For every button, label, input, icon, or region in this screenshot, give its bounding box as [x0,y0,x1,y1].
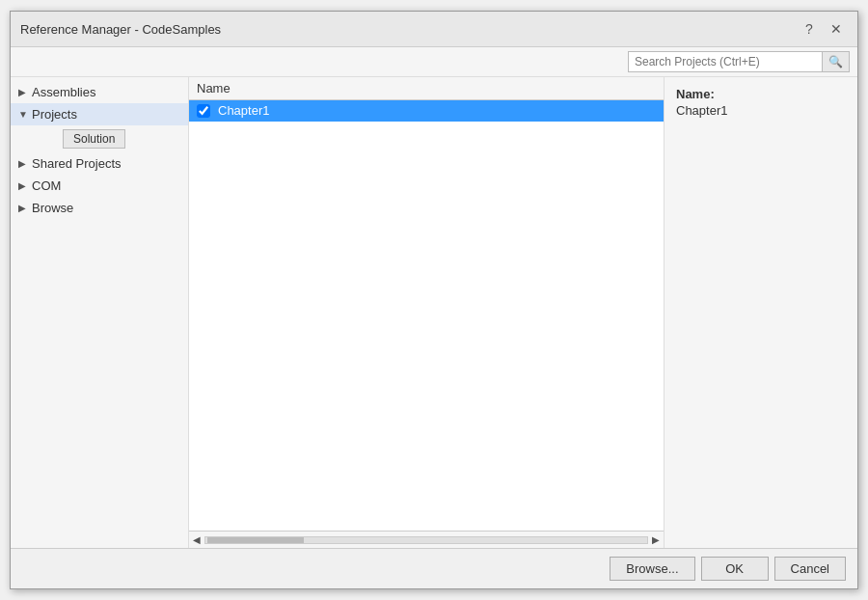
ok-button[interactable]: OK [701,557,769,581]
search-input[interactable] [629,52,822,71]
shared-projects-label: Shared Projects [32,156,180,171]
table-header: Name [189,77,664,100]
dialog-title: Reference Manager - CodeSamples [20,22,221,37]
scroll-left-arrow[interactable]: ◀ [193,534,201,545]
row-name: Chapter1 [218,103,269,118]
com-label: COM [32,178,180,193]
scroll-right-arrow[interactable]: ▶ [652,534,660,545]
horizontal-scrollbar: ◀ ▶ [189,531,664,548]
sidebar: ▶ Assemblies ▼ Projects Solution ▶ Share… [11,77,189,548]
solution-button[interactable]: Solution [63,129,125,149]
browse-nav-label: Browse [32,201,180,215]
sidebar-item-projects[interactable]: ▼ Projects [11,103,188,125]
projects-arrow: ▼ [18,109,32,120]
bottom-bar: Browse... OK Cancel [11,548,857,588]
row-checkbox[interactable] [197,104,210,118]
assemblies-arrow: ▶ [18,87,32,97]
top-bar: 🔍 [11,47,857,77]
sidebar-item-com[interactable]: ▶ COM [11,175,188,197]
detail-value: Chapter1 [676,103,846,118]
search-container: 🔍 [628,51,850,72]
title-bar-left: Reference Manager - CodeSamples [20,22,221,37]
dialog-body: 🔍 ▶ Assemblies ▼ Projects Solution [11,47,857,548]
browse-arrow: ▶ [18,203,32,213]
sidebar-item-browse[interactable]: ▶ Browse [11,197,188,219]
scroll-thumb [207,537,304,543]
close-button[interactable]: ✕ [825,17,848,41]
help-button[interactable]: ? [798,17,821,41]
cancel-button[interactable]: Cancel [774,557,846,581]
assemblies-label: Assemblies [32,85,180,99]
browse-button[interactable]: Browse... [610,557,694,581]
search-button[interactable]: 🔍 [822,52,849,71]
solution-container: Solution [11,125,188,152]
com-arrow: ▶ [18,180,32,191]
reference-manager-dialog: Reference Manager - CodeSamples ? ✕ 🔍 ▶ … [10,11,858,589]
detail-panel: Name: Chapter1 [665,77,857,548]
scroll-track[interactable] [204,536,648,544]
table-row[interactable]: Chapter1 [189,100,664,122]
center-panel: Name Chapter1 ◀ ▶ [189,77,665,548]
title-bar: Reference Manager - CodeSamples ? ✕ [11,12,857,47]
projects-label: Projects [32,107,180,122]
title-bar-right: ? ✕ [798,17,848,41]
sidebar-item-assemblies[interactable]: ▶ Assemblies [11,81,188,103]
shared-projects-arrow: ▶ [18,158,32,169]
table-body: Chapter1 [189,100,664,531]
sidebar-item-shared-projects[interactable]: ▶ Shared Projects [11,152,188,175]
name-column-header: Name [197,81,231,95]
content-area: ▶ Assemblies ▼ Projects Solution ▶ Share… [11,77,857,548]
detail-label: Name: [676,87,846,101]
